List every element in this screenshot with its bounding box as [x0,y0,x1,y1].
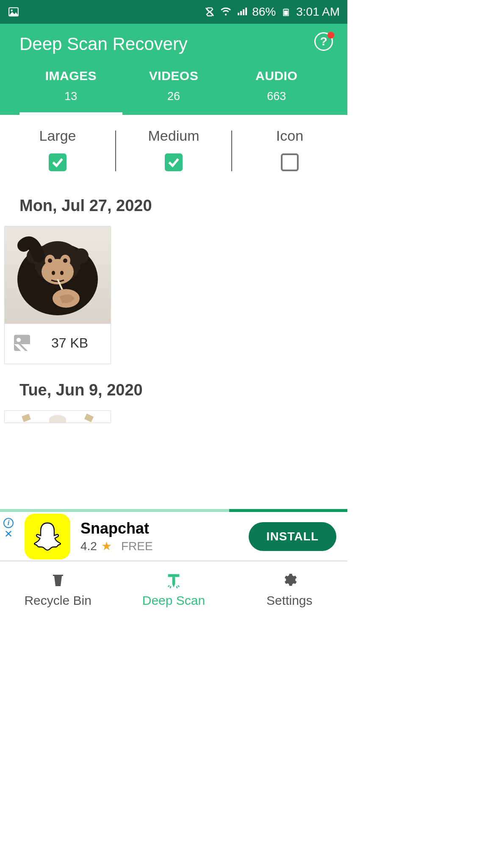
tab-images[interactable]: IMAGES 13 [19,66,122,115]
battery-icon [280,6,292,18]
ad-info-icon[interactable]: i [3,518,14,528]
gear-icon [281,571,298,588]
ad-close-button[interactable]: ✕ [4,529,13,539]
picture-icon [8,6,19,18]
thumbnail [5,226,111,324]
battery-text: 86% [252,5,276,19]
checkmark-icon [167,156,180,169]
ad-banner: i ✕ Snapchat 4.2 ★ FREE INSTALL [0,512,347,561]
card-footer: 37 KB [5,324,111,364]
progress-fill [229,509,347,512]
date-group-header: Tue, Jun 9, 2020 [0,381,347,399]
star-icon: ★ [101,539,112,553]
filter-medium[interactable]: Medium [116,128,231,171]
drill-icon [165,571,182,588]
checkbox-icon-size[interactable] [281,153,299,171]
ad-price-label: FREE [121,540,153,553]
tab-videos[interactable]: VIDEOS 26 [122,66,225,115]
help-button[interactable]: ? [314,32,333,51]
vibrate-icon [204,6,216,18]
date-group-header: Mon, Jul 27, 2020 [0,197,347,215]
bottom-navigation: Recycle Bin Deep Scan Settings [0,561,347,617]
nav-deep-scan[interactable]: Deep Scan [116,562,231,617]
partial-thumb-icon [49,415,66,423]
svg-rect-20 [172,577,175,584]
chimp-image [11,233,104,317]
filter-large[interactable]: Large [0,128,115,171]
svg-rect-4 [284,11,288,15]
ad-install-button[interactable]: INSTALL [249,522,336,551]
image-type-icon [14,335,30,351]
svg-point-16 [73,248,89,264]
svg-rect-18 [53,575,63,576]
snapchat-ghost-icon [30,520,64,554]
size-filter-row: Large Medium Icon [0,115,347,171]
svg-point-13 [60,271,64,275]
ad-app-icon[interactable] [25,514,70,559]
ad-rating-value: 4.2 [80,540,97,553]
trash-icon [50,571,67,588]
file-size-label: 37 KB [51,335,88,351]
filter-icon-size[interactable]: Icon [232,128,347,171]
svg-rect-19 [168,574,180,577]
notification-dot-icon [327,32,334,39]
page-title: Deep Scan Recovery [19,34,328,54]
app-header: Deep Scan Recovery ? IMAGES 13 VIDEOS 26… [0,24,347,115]
svg-point-10 [48,259,52,263]
wifi-icon [220,6,232,18]
svg-point-11 [63,259,67,263]
svg-point-1 [11,10,13,11]
ad-app-title: Snapchat [80,520,153,537]
media-type-tabs: IMAGES 13 VIDEOS 26 AUDIO 663 [19,66,328,115]
image-card[interactable]: 37 KB [4,226,111,364]
results-list[interactable]: Mon, Jul 27, 2020 [0,171,347,512]
nav-settings[interactable]: Settings [232,562,347,617]
tab-audio[interactable]: AUDIO 663 [225,66,328,115]
partial-thumb-icon [84,414,94,422]
checkbox-medium[interactable] [165,153,183,171]
checkbox-large[interactable] [49,153,67,171]
scan-progress-bar [0,509,347,512]
checkmark-icon [51,156,64,169]
partial-thumb-icon [22,414,31,422]
image-card[interactable] [4,410,111,423]
clock-text: 3:01 AM [296,5,340,19]
nav-recycle-bin[interactable]: Recycle Bin [0,562,116,617]
status-bar: 86% 3:01 AM [0,0,347,24]
svg-point-12 [52,271,55,275]
signal-icon [236,6,248,18]
